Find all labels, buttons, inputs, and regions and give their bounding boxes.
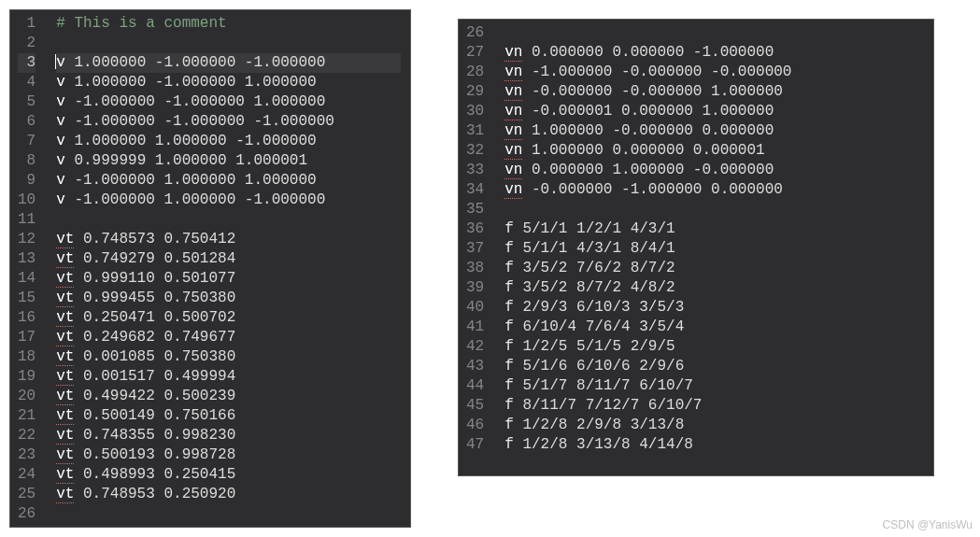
code-line[interactable]: vt 0.748953 0.250920: [56, 485, 401, 504]
code-line[interactable]: f 5/1/1 4/3/1 8/4/1: [504, 239, 924, 259]
line-number: 15: [18, 289, 36, 308]
code-line[interactable]: vt 0.499422 0.500239: [56, 387, 401, 406]
code-line[interactable]: f 3/5/2 7/6/2 8/7/2: [504, 259, 924, 278]
code-line[interactable]: vn 0.000000 1.000000 -0.000000: [504, 161, 924, 180]
line-number: 2: [18, 34, 36, 53]
code-line[interactable]: f 8/11/7 7/12/7 6/10/7: [504, 396, 924, 416]
code-line[interactable]: vt 0.498993 0.250415: [56, 465, 401, 485]
line-number: 23: [18, 445, 36, 465]
code-line[interactable]: vn 1.000000 0.000000 0.000001: [504, 141, 924, 161]
line-number: 35: [466, 200, 484, 219]
line-number: 47: [466, 435, 484, 455]
code-line[interactable]: vt 0.249682 0.749677: [56, 328, 401, 347]
line-number: 43: [466, 357, 484, 376]
left-gutter: 1234567891011121314151617181920212223242…: [10, 10, 47, 527]
line-number: 24: [18, 465, 36, 485]
code-line[interactable]: v 1.000000 1.000000 -1.000000: [56, 132, 401, 151]
code-line[interactable]: vt 0.250471 0.500702: [56, 308, 401, 328]
line-number: 26: [18, 504, 36, 524]
code-line[interactable]: vt 0.999455 0.750380: [56, 289, 401, 308]
code-line[interactable]: [56, 210, 401, 230]
line-number: 17: [18, 328, 36, 347]
code-line[interactable]: f 6/10/4 7/6/4 3/5/4: [504, 318, 924, 337]
line-number: 26: [466, 23, 484, 43]
code-line[interactable]: vt 0.001085 0.750380: [56, 347, 401, 367]
code-line[interactable]: vn 0.000000 0.000000 -1.000000: [504, 43, 924, 63]
line-number: 36: [466, 219, 484, 239]
code-line[interactable]: f 1/2/5 5/1/5 2/9/5: [504, 337, 924, 357]
line-number: 9: [18, 171, 36, 191]
line-number: 3: [18, 53, 36, 73]
line-number: 42: [466, 337, 484, 357]
line-number: 10: [18, 191, 36, 210]
code-line[interactable]: f 1/2/8 2/9/8 3/13/8: [504, 416, 924, 435]
code-line[interactable]: v 1.000000 -1.000000 1.000000: [56, 73, 401, 92]
line-number: 12: [18, 230, 36, 249]
line-number: 18: [18, 347, 36, 367]
line-number: 19: [18, 367, 36, 387]
code-line[interactable]: vn -0.000000 -1.000000 0.000000: [504, 180, 924, 200]
code-line[interactable]: vn 1.000000 -0.000000 0.000000: [504, 121, 924, 141]
right-editor-pane[interactable]: 2627282930313233343536373839404142434445…: [458, 19, 934, 476]
code-line[interactable]: f 5/1/1 1/2/1 4/3/1: [504, 219, 924, 239]
right-gutter: 2627282930313233343536373839404142434445…: [459, 20, 495, 475]
line-number: 38: [466, 259, 484, 278]
code-line[interactable]: vn -0.000001 0.000000 1.000000: [504, 102, 924, 121]
code-line[interactable]: f 2/9/3 6/10/3 3/5/3: [504, 298, 924, 318]
left-code[interactable]: # This is a comment v 1.000000 -1.000000…: [47, 10, 410, 527]
code-line[interactable]: vt 0.500193 0.998728: [56, 445, 401, 465]
line-number: 1: [18, 14, 36, 34]
code-line[interactable]: f 5/1/6 6/10/6 2/9/6: [504, 357, 924, 376]
code-line[interactable]: [56, 34, 401, 53]
line-number: 11: [18, 210, 36, 230]
line-number: 20: [18, 387, 36, 406]
line-number: 5: [18, 92, 36, 112]
code-line[interactable]: vt 0.001517 0.499994: [56, 367, 401, 387]
line-number: 39: [466, 278, 484, 298]
code-line[interactable]: v -1.000000 1.000000 -1.000000: [56, 191, 401, 210]
line-number: 33: [466, 161, 484, 180]
line-number: 31: [466, 121, 484, 141]
watermark: CSDN @YanisWu: [883, 518, 973, 531]
code-line[interactable]: v 0.999999 1.000000 1.000001: [56, 151, 401, 171]
line-number: 37: [466, 239, 484, 259]
line-number: 30: [466, 102, 484, 121]
code-line[interactable]: [504, 200, 924, 219]
code-line[interactable]: vt 0.500149 0.750166: [56, 406, 401, 426]
line-number: 28: [466, 63, 484, 82]
line-number: 41: [466, 318, 484, 337]
line-number: 16: [18, 308, 36, 328]
code-line[interactable]: vn -0.000000 -0.000000 1.000000: [504, 82, 924, 102]
code-line[interactable]: v 1.000000 -1.000000 -1.000000: [56, 53, 401, 73]
line-number: 34: [466, 180, 484, 200]
line-number: 27: [466, 43, 484, 63]
code-line[interactable]: f 5/1/7 8/11/7 6/10/7: [504, 376, 924, 396]
code-line[interactable]: vt 0.748573 0.750412: [56, 230, 401, 249]
code-line[interactable]: vt 0.999110 0.501077: [56, 269, 401, 289]
line-number: 7: [18, 132, 36, 151]
line-number: 13: [18, 249, 36, 269]
code-line[interactable]: f 1/2/8 3/13/8 4/14/8: [504, 435, 924, 455]
code-line[interactable]: v -1.000000 -1.000000 1.000000: [56, 92, 401, 112]
code-line[interactable]: vt 0.748355 0.998230: [56, 426, 401, 445]
code-line[interactable]: # This is a comment: [56, 14, 401, 34]
line-number: 22: [18, 426, 36, 445]
line-number: 29: [466, 82, 484, 102]
line-number: 45: [466, 396, 484, 416]
line-number: 44: [466, 376, 484, 396]
line-number: 4: [18, 73, 36, 92]
code-line[interactable]: v -1.000000 1.000000 1.000000: [56, 171, 401, 191]
code-line[interactable]: [56, 504, 401, 524]
line-number: 46: [466, 416, 484, 435]
line-number: 32: [466, 141, 484, 161]
code-line[interactable]: vt 0.749279 0.501284: [56, 249, 401, 269]
line-number: 6: [18, 112, 36, 132]
code-line[interactable]: vn -1.000000 -0.000000 -0.000000: [504, 63, 924, 82]
code-line[interactable]: [504, 23, 924, 43]
right-code[interactable]: vn 0.000000 0.000000 -1.000000vn -1.0000…: [495, 20, 933, 475]
line-number: 40: [466, 298, 484, 318]
left-editor-pane[interactable]: 1234567891011121314151617181920212223242…: [9, 9, 411, 528]
line-number: 25: [18, 485, 36, 504]
code-line[interactable]: f 3/5/2 8/7/2 4/8/2: [504, 278, 924, 298]
code-line[interactable]: v -1.000000 -1.000000 -1.000000: [56, 112, 401, 132]
